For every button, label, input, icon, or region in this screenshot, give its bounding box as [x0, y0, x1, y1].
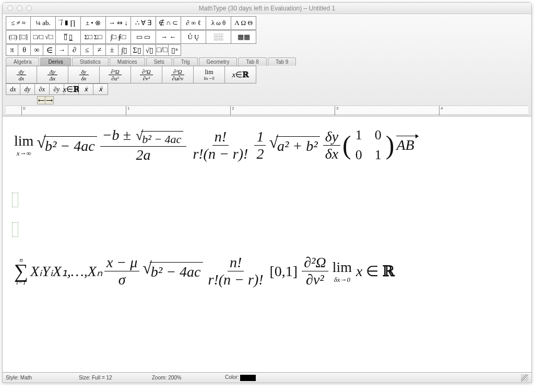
ruler-mark: 4 [439, 106, 443, 115]
palette-button[interactable]: ¼ ab. [31, 16, 56, 30]
palette-button[interactable]: ░░ [206, 30, 231, 44]
window-title: MathType (30 days left in Evaluation) – … [3, 5, 531, 12]
one-half: 1 2 [254, 128, 266, 162]
palette-button[interactable]: ≤ [81, 44, 93, 56]
status-zoom: Zoom: 200% [152, 375, 209, 381]
small-toolbar: ⟵⟶ [6, 95, 528, 104]
palette-button[interactable]: □/□ [156, 44, 169, 56]
palette-button[interactable]: ∫▯ [118, 44, 131, 56]
binomial-fraction-2: n! r!(n − r)! [206, 254, 266, 288]
palette-button[interactable]: ≤ ≠ ≈ [6, 16, 31, 30]
palette-button[interactable]: → ⇔ ↓ [106, 16, 131, 30]
derivative-templates-row-1: dydxΔyΔxδyδx∂²Ω∂u²∂²Ω∂v²∂²Ω∂u∂vlimδx→0x … [6, 66, 528, 84]
ruler[interactable]: 01234 [6, 105, 528, 115]
template-button[interactable]: ∂y [50, 84, 64, 95]
palette-button[interactable]: ± [106, 44, 118, 56]
summation: n ∑ i=1 [14, 256, 28, 287]
palette-button[interactable]: ∂ ∞ ℓ [181, 16, 206, 30]
palette-button[interactable]: ▭ ▭ [131, 30, 156, 44]
empty-slot[interactable] [12, 222, 18, 237]
template-button[interactable]: x ∈ ℝ [64, 84, 79, 95]
category-tabs: AlgebraDerivsStatisticsMatricesSetsTrigG… [6, 57, 528, 66]
palette-button[interactable]: ▦▦ [231, 30, 256, 44]
palette-button[interactable]: → ← [156, 30, 181, 44]
template-button[interactable]: dx [6, 84, 20, 95]
minimize-icon[interactable] [17, 5, 22, 11]
palette-button[interactable]: ∂ [68, 44, 81, 56]
zscore-fraction: x − μ σ [104, 254, 139, 288]
identity-matrix: 10 01 [355, 127, 382, 163]
tab-matrices[interactable]: Matrices [110, 57, 145, 66]
ruler-mark: 3 [335, 106, 338, 115]
template-button[interactable]: ΔyΔx [37, 66, 68, 84]
tab-tab-9[interactable]: Tab 9 [268, 57, 296, 66]
tab-derivs[interactable]: Derivs [40, 57, 70, 66]
tab-tab-8[interactable]: Tab 8 [238, 57, 266, 66]
empty-slot[interactable] [12, 193, 18, 207]
template-button[interactable]: ẍ [93, 84, 108, 95]
tab-algebra[interactable]: Algebra [6, 57, 39, 66]
left-paren-icon: ( [342, 130, 351, 160]
palette-button[interactable]: ▯ⁿ [169, 44, 181, 56]
status-bar: Style: Math Size: Full = 12 Zoom: 200% C… [3, 372, 531, 383]
equation-line-2: n ∑ i=1 XᵢYᵢX₁,…,Xₙ x − μ σ √ b² − 4ac n… [12, 254, 522, 288]
palette-button[interactable]: ∈ [43, 44, 56, 56]
palette-button[interactable]: Σ▯ [131, 44, 144, 56]
symbol-palette-row-3: πθ∞∈→∂≤≠±∫▯Σ▯√▯□/□▯ⁿ [6, 44, 528, 56]
resize-handle-icon[interactable] [521, 374, 528, 382]
template-button[interactable]: ∂²Ω∂v² [131, 66, 162, 84]
zoom-icon[interactable] [26, 5, 32, 11]
color-swatch[interactable] [240, 375, 256, 381]
titlebar: MathType (30 days left in Evaluation) – … [3, 3, 531, 14]
symbol-palette-row-2: (□) [□]□/□ √□▯̅ ▯̲Σ□ Σ□∫□ ∮□▭ ▭→ ←Ů Ų░░▦… [6, 30, 528, 44]
palette-button[interactable]: □/□ √□ [31, 30, 56, 44]
limit-expr-2: lim δx→0 [333, 259, 352, 284]
tab-geometry[interactable]: Geometry [199, 57, 238, 66]
palette-button[interactable]: ± • ⊗ [81, 16, 106, 30]
discriminant-sqrt: √ b² − 4ac [143, 262, 203, 280]
derivative-templates-row-2: dxdy∂x∂yx ∈ ℝẋẍ [6, 84, 528, 95]
palette-button[interactable]: Ů Ų [181, 30, 206, 44]
template-button[interactable]: ∂x [35, 84, 50, 95]
equation-canvas[interactable]: lim x→∞ √ b² − 4ac −b ± √ b² − 4ac 2a n! [3, 116, 531, 372]
template-button[interactable]: δyδx [68, 66, 100, 84]
palette-button[interactable]: ∞ [31, 44, 43, 56]
symbol-palette-row-1: ≤ ≠ ≈¼ ab.𝑖⃗ ∎ ∏± • ⊗→ ⇔ ↓∴ ∀ ∃∉ ∩ ⊂∂ ∞ … [6, 16, 528, 30]
template-button[interactable]: ∂²Ω∂u² [100, 66, 131, 84]
tab-trig[interactable]: Trig [173, 57, 198, 66]
toolbar: ≤ ≠ ≈¼ ab.𝑖⃗ ∎ ∏± • ⊗→ ⇔ ↓∴ ∀ ∃∉ ∩ ⊂∂ ∞ … [3, 14, 531, 116]
app-window: MathType (30 days left in Evaluation) – … [2, 2, 532, 383]
delta-fraction: δy δx [323, 128, 340, 162]
palette-button[interactable]: 𝑖⃗ ∎ ∏ [56, 16, 81, 30]
close-icon[interactable] [7, 5, 13, 11]
palette-button[interactable]: π [6, 44, 18, 56]
template-button[interactable]: dy [20, 84, 35, 95]
palette-button[interactable]: → [56, 44, 68, 56]
template-button[interactable]: limδx→0 [194, 66, 225, 84]
palette-button[interactable]: (□) [□] [6, 30, 31, 44]
toolbar-icon[interactable]: ⟵ [37, 96, 45, 104]
palette-button[interactable]: √▯ [144, 44, 156, 56]
template-button[interactable]: dydx [6, 66, 37, 84]
tab-statistics[interactable]: Statistics [72, 57, 109, 66]
palette-button[interactable]: Λ Ω Θ [231, 16, 256, 30]
palette-button[interactable]: λ ω θ [206, 16, 231, 30]
template-button[interactable]: ẋ [79, 84, 93, 95]
template-button[interactable]: x ∈ ℝ [225, 66, 256, 84]
palette-button[interactable]: Σ□ Σ□ [81, 30, 106, 44]
palette-button[interactable]: ∴ ∀ ∃ [131, 16, 156, 30]
palette-button[interactable]: ≠ [93, 44, 106, 56]
palette-button[interactable]: ∉ ∩ ⊂ [156, 16, 181, 30]
status-color[interactable]: Color: [225, 374, 256, 381]
second-partial: ∂²Ω ∂v² [302, 254, 328, 288]
right-paren-icon: ) [386, 130, 395, 160]
set-membership: x ∈ ℝ [356, 263, 395, 280]
toolbar-icon[interactable]: ⟶ [45, 96, 54, 104]
tab-sets[interactable]: Sets [146, 57, 172, 66]
binomial-fraction: n! r!(n − r)! [191, 128, 250, 162]
palette-button[interactable]: ▯̅ ▯̲ [56, 30, 81, 44]
template-button[interactable]: ∂²Ω∂u∂v [162, 66, 194, 84]
ruler-mark: 0 [21, 106, 25, 115]
palette-button[interactable]: ∫□ ∮□ [106, 30, 131, 44]
palette-button[interactable]: θ [18, 44, 31, 56]
